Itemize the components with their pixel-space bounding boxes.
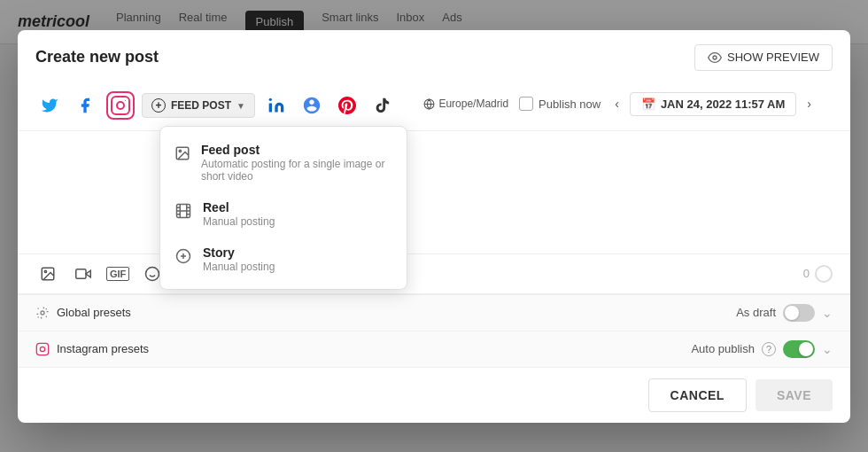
save-button[interactable]: SAVE xyxy=(756,379,833,411)
timezone-label: Europe/Madrid xyxy=(438,97,508,110)
feed-post-title: Feed post xyxy=(201,143,392,157)
char-count: 0 xyxy=(803,265,833,283)
publish-now-control: Publish now xyxy=(519,97,601,111)
create-post-modal: Create new post SHOW PREVIEW xyxy=(18,30,850,423)
show-preview-label: SHOW PREVIEW xyxy=(727,51,819,64)
global-presets-label: Global presets xyxy=(57,306,131,319)
svg-point-4 xyxy=(269,98,272,101)
svg-rect-23 xyxy=(76,269,86,278)
toolbar-row: GIF Hashtags xyxy=(18,254,850,294)
feed-post-dropdown-icon xyxy=(174,144,190,162)
cancel-button[interactable]: CANCEL xyxy=(648,378,747,412)
video-toolbar-icon[interactable] xyxy=(71,261,96,286)
gif-toolbar-button[interactable]: GIF xyxy=(106,267,129,281)
date-navigator: ‹ 📅 JAN 24, 2022 11:57 AM › xyxy=(611,92,815,116)
publish-now-checkbox[interactable] xyxy=(519,97,533,111)
auto-publish-label: Auto publish xyxy=(691,342,755,355)
auto-publish-help[interactable]: ? xyxy=(762,342,776,356)
social-row: + FEED POST ▼ xyxy=(18,82,850,130)
calendar-icon: 📅 xyxy=(641,97,655,111)
presets-section: Global presets As draft ⌄ Instagram pres… xyxy=(18,294,850,368)
eye-icon xyxy=(708,51,722,65)
date-next-button[interactable]: › xyxy=(803,93,815,114)
global-presets-controls: As draft ⌄ xyxy=(736,304,833,322)
svg-point-2 xyxy=(117,102,124,109)
publish-now-label: Publish now xyxy=(539,97,601,111)
modal-backdrop: Create new post SHOW PREVIEW xyxy=(0,0,868,452)
instagram-presets-chevron[interactable]: ⌄ xyxy=(822,342,833,356)
twitter-icon[interactable] xyxy=(35,91,64,120)
global-presets-chevron[interactable]: ⌄ xyxy=(822,306,833,320)
image-toolbar-icon[interactable] xyxy=(35,261,60,286)
svg-point-32 xyxy=(41,311,44,315)
svg-point-34 xyxy=(40,347,44,351)
timezone-display: Europe/Madrid xyxy=(423,97,508,110)
global-presets-row: Global presets As draft ⌄ xyxy=(18,295,850,331)
story-title: Story xyxy=(203,245,275,260)
date-prev-button[interactable]: ‹ xyxy=(611,93,623,114)
svg-point-3 xyxy=(125,100,126,101)
globe-icon xyxy=(423,98,435,110)
instagram-presets-label: Instagram presets xyxy=(57,342,149,355)
tiktok-icon[interactable] xyxy=(368,91,397,120)
instagram-presets-row: Instagram presets Auto publish ? ⌄ xyxy=(18,331,850,368)
reel-title: Reel xyxy=(203,200,275,214)
svg-rect-33 xyxy=(36,343,48,355)
instagram-presets-icon xyxy=(35,342,50,356)
story-subtitle: Manual posting xyxy=(203,261,275,273)
svg-rect-1 xyxy=(112,97,129,114)
post-content-area[interactable] xyxy=(18,130,850,254)
feed-post-chevron: ▼ xyxy=(236,101,245,111)
show-preview-button[interactable]: SHOW PREVIEW xyxy=(694,44,833,71)
date-display[interactable]: 📅 JAN 24, 2022 11:57 AM xyxy=(630,92,796,116)
instagram-presets-controls: Auto publish ? ⌄ xyxy=(691,340,833,358)
date-value: JAN 24, 2022 11:57 AM xyxy=(661,97,785,111)
modal-title: Create new post xyxy=(35,48,159,66)
svg-point-21 xyxy=(44,270,46,272)
linkedin-icon[interactable] xyxy=(262,91,291,120)
plus-circle-icon: + xyxy=(151,98,166,113)
svg-point-35 xyxy=(45,346,46,347)
story-dropdown-text: Story Manual posting xyxy=(203,245,275,273)
modal-footer: CANCEL SAVE xyxy=(18,368,850,423)
char-circle xyxy=(815,265,833,283)
google-my-business-icon[interactable] xyxy=(298,91,326,120)
svg-point-0 xyxy=(713,56,717,59)
facebook-icon[interactable] xyxy=(71,91,99,120)
svg-point-6 xyxy=(179,150,181,152)
instagram-icon-active[interactable] xyxy=(106,91,135,120)
pinterest-icon[interactable] xyxy=(333,91,361,120)
story-dropdown-icon xyxy=(174,247,192,265)
feed-post-button[interactable]: + FEED POST ▼ xyxy=(142,93,255,118)
reel-subtitle: Manual posting xyxy=(203,215,275,228)
global-presets-status: As draft xyxy=(736,306,776,319)
modal-header: Create new post SHOW PREVIEW xyxy=(18,30,850,82)
svg-marker-22 xyxy=(86,270,90,277)
reel-dropdown-icon xyxy=(174,202,192,220)
reel-dropdown-text: Reel Manual posting xyxy=(203,200,275,228)
global-presets-toggle[interactable] xyxy=(783,304,815,322)
post-type-dropdown: Feed post Automatic posting for a single… xyxy=(159,126,407,290)
svg-point-24 xyxy=(146,267,159,280)
feed-post-label: FEED POST xyxy=(171,99,231,112)
feed-post-dropdown-text: Feed post Automatic posting for a single… xyxy=(201,143,392,183)
dropdown-item-reel[interactable]: Reel Manual posting xyxy=(160,191,407,237)
auto-publish-toggle[interactable] xyxy=(783,340,815,358)
feed-post-subtitle: Automatic posting for a single image or … xyxy=(201,158,392,183)
global-presets-icon xyxy=(35,306,50,320)
dropdown-item-story[interactable]: Story Manual posting xyxy=(160,237,407,282)
char-count-value: 0 xyxy=(803,267,810,280)
dropdown-item-feed-post[interactable]: Feed post Automatic posting for a single… xyxy=(160,134,407,191)
